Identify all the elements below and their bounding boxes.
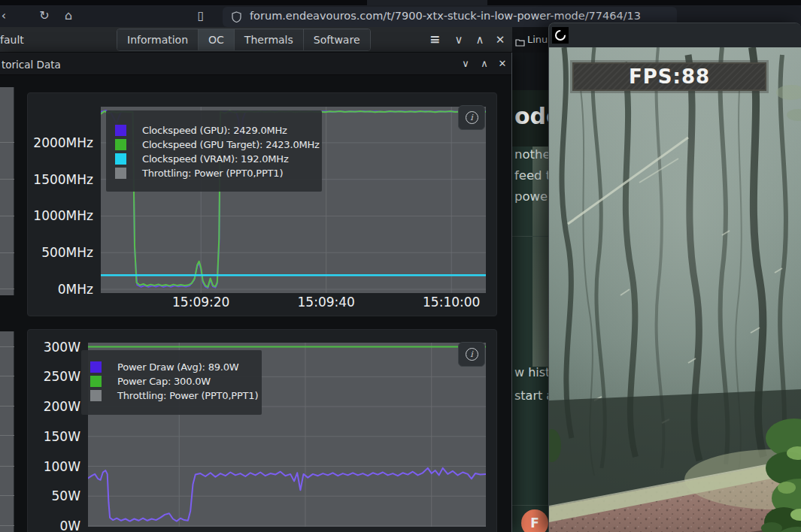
y-tick-label: 2000MHz — [33, 135, 93, 150]
topic-title-fragment: ode — [514, 103, 548, 129]
tab-thermals[interactable]: Thermals — [235, 29, 304, 50]
legend-row: Throttling: Power (PPT0,PPT1) — [81, 388, 262, 403]
game-titlebar[interactable] — [549, 23, 801, 47]
forum-page-sliver: Linu ode nother feed th power w histo st… — [512, 27, 548, 532]
legend-label: Clockspeed (GPU Target): 2423.0MHz — [142, 139, 320, 150]
y-tick-label: 500MHz — [41, 245, 93, 260]
post-text-fragment: feed th — [514, 168, 548, 183]
forest-scene-graphic — [549, 47, 801, 532]
y-tick-label: 250W — [44, 369, 80, 384]
legend-swatch — [90, 361, 102, 373]
user-avatar[interactable]: F — [521, 509, 548, 532]
game-scene — [549, 47, 801, 532]
post-text-fragment: start a — [514, 388, 548, 403]
legend-swatch — [115, 168, 126, 179]
clockspeed-x-axis-labels: 15:09:2015:09:4015:10:00 — [101, 295, 486, 311]
maximize-icon[interactable]: ∧ — [478, 58, 491, 69]
folder-icon[interactable] — [515, 35, 525, 50]
legend-row: Clockspeed (GPU): 2429.0MHz — [106, 123, 322, 138]
page-icon[interactable]: ▯ — [193, 8, 209, 23]
fps-overlay: FPS:88 — [572, 62, 766, 91]
x-tick-label: 15:09:20 — [163, 295, 238, 310]
fps-counter: FPS:88 — [629, 65, 710, 88]
legend-swatch — [115, 153, 126, 165]
info-button[interactable]: i — [458, 342, 485, 367]
bookmarks-bar: Linu — [512, 27, 548, 53]
topic-header-banner: ode — [512, 90, 548, 147]
tab-oc[interactable]: OC — [199, 29, 235, 50]
historical-data-window: torical Data ∨ ∧ ✕ 0MHz500MHz1000MHz1500… — [0, 53, 512, 532]
url-text[interactable]: forum.endeavouros.com/t/7900-xtx-stuck-i… — [250, 10, 641, 22]
legend-label: Throttling: Power (PPT0,PPT1) — [117, 390, 258, 401]
post-text-fragment: w histo — [514, 365, 548, 379]
back-icon[interactable]: ‹ — [0, 8, 12, 23]
legend-label: Clockspeed (VRAM): 192.0MHz — [142, 153, 289, 165]
tab-information[interactable]: Information — [117, 29, 199, 50]
clockspeed-y-axis-labels: 0MHz500MHz1000MHz1500MHz2000MHz — [28, 107, 97, 293]
bookmark-label[interactable]: Linu — [527, 34, 548, 45]
legend-label: Power Draw (Avg): 89.0W — [117, 361, 238, 373]
x-tick-label: 15:09:40 — [289, 295, 364, 310]
background-chart-sliver — [0, 87, 14, 295]
clockspeed-legend: Clockspeed (GPU): 2429.0MHzClockspeed (G… — [106, 110, 322, 192]
power-chart-panel: 0W50W100W150W200W250W300W Power Draw (Av… — [27, 329, 497, 532]
info-button[interactable]: i — [458, 105, 485, 130]
power-legend: Power Draw (Avg): 89.0WPower Cap: 300.0W… — [81, 350, 262, 415]
legend-row: Power Cap: 300.0W — [81, 374, 262, 388]
post-text-fragment: power — [514, 189, 548, 204]
tab-bar: InformationOCThermalsSoftware — [117, 29, 371, 51]
info-icon: i — [466, 111, 478, 124]
y-tick-label: 100W — [44, 459, 80, 474]
y-tick-label: 50W — [52, 488, 80, 503]
close-icon[interactable]: ✕ — [493, 33, 508, 47]
legend-label: Power Cap: 300.0W — [117, 376, 211, 387]
minimize-icon[interactable]: ∨ — [451, 33, 466, 47]
maximize-icon[interactable]: ∧ — [472, 33, 487, 47]
legend-row: Power Draw (Avg): 89.0W — [81, 360, 262, 374]
game-app-icon — [552, 27, 569, 44]
y-tick-label: 200W — [44, 399, 80, 414]
y-tick-label: 0MHz — [58, 282, 93, 297]
y-tick-label: 1500MHz — [33, 172, 93, 187]
post-divider — [512, 505, 548, 506]
game-window[interactable]: FPS:88 — [548, 23, 801, 532]
background-chart-sliver — [0, 331, 14, 532]
window-title: torical Data — [2, 59, 61, 71]
shield-icon[interactable] — [232, 11, 241, 26]
legend-row: Clockspeed (VRAM): 192.0MHz — [106, 152, 322, 166]
page-top-area — [512, 53, 548, 90]
y-tick-label: 300W — [44, 340, 80, 355]
home-icon[interactable]: ⌂ — [60, 8, 77, 23]
y-tick-label: 1000MHz — [33, 208, 93, 223]
legend-swatch — [90, 376, 102, 387]
legend-row: Clockspeed (GPU Target): 2423.0MHz — [106, 138, 322, 152]
corectrl-window-header: fault InformationOCThermalsSoftware ≡ ∨ … — [0, 27, 512, 53]
legend-label: Clockspeed (GPU): 2429.0MHz — [142, 125, 287, 136]
legend-label: Throttling: Power (PPT0,PPT1) — [142, 168, 283, 179]
y-tick-label: 150W — [44, 429, 80, 444]
power-y-axis-labels: 0W50W100W150W200W250W300W — [28, 343, 84, 527]
window-titlebar[interactable]: torical Data ∨ ∧ ✕ — [0, 53, 511, 75]
reload-icon[interactable]: ↻ — [36, 8, 53, 23]
close-icon[interactable]: ✕ — [496, 58, 509, 69]
clockspeed-chart-panel: 0MHz500MHz1000MHz1500MHz2000MHz 15:09:20… — [27, 92, 497, 316]
browser-active-tab-edge[interactable] — [367, 0, 487, 5]
profile-label: fault — [0, 34, 24, 46]
info-icon: i — [466, 348, 478, 361]
minimize-icon[interactable]: ∨ — [459, 58, 472, 69]
legend-swatch — [115, 139, 126, 150]
menu-icon[interactable]: ≡ — [427, 32, 442, 47]
legend-swatch — [115, 125, 126, 136]
legend-row: Throttling: Power (PPT0,PPT1) — [106, 166, 322, 180]
tab-software[interactable]: Software — [304, 29, 370, 50]
x-tick-label: 15:10:00 — [414, 295, 489, 310]
post-text-fragment: nother — [514, 147, 548, 162]
post-divider — [512, 236, 548, 237]
legend-swatch — [90, 390, 102, 401]
y-tick-label: 0W — [59, 518, 80, 532]
